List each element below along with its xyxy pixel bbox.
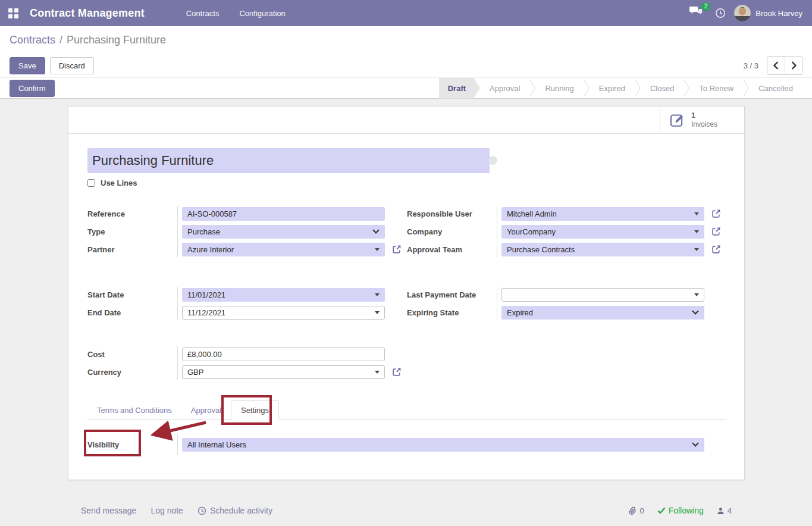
menu-contracts[interactable]: Contracts <box>179 5 227 21</box>
clock-icon <box>197 506 206 515</box>
pager-counter: 3 / 3 <box>744 61 758 70</box>
partner-external-link-icon[interactable] <box>392 245 402 254</box>
caret-down-icon <box>694 212 699 215</box>
caret-down-icon <box>694 293 699 296</box>
tab-approval[interactable]: Approval <box>181 401 231 419</box>
attachments-count: 0 <box>639 506 644 515</box>
responsible-user-external-link-icon[interactable] <box>711 209 721 218</box>
start-date-label: Start Date <box>87 290 182 299</box>
use-lines-checkbox[interactable] <box>87 179 95 187</box>
form-body: 1 Invoices Use Lines Reference Type Pu <box>0 99 812 526</box>
stage-separator <box>635 79 641 97</box>
stage-separator <box>743 79 749 97</box>
currency-label: Currency <box>87 368 182 377</box>
currency-external-link-icon[interactable] <box>392 367 402 377</box>
last-payment-date-input[interactable] <box>501 288 704 302</box>
end-date-input[interactable]: 11/12/2021 <box>182 306 385 320</box>
visibility-label: Visibility <box>87 440 182 449</box>
activities-clock-icon[interactable] <box>715 8 726 18</box>
stage-pipeline: Draft Approval Running Expired Closed To… <box>439 78 802 99</box>
invoices-label: Invoices <box>691 120 717 129</box>
reference-input[interactable] <box>182 207 385 221</box>
end-date-label: End Date <box>87 308 182 317</box>
caret-down-icon <box>375 248 380 251</box>
company-dropdown[interactable]: YourCompany <box>501 225 704 239</box>
chevron-down-icon <box>692 308 698 314</box>
tab-settings[interactable]: Settings <box>231 400 279 420</box>
apps-menu-icon[interactable] <box>0 0 26 26</box>
responsible-user-dropdown[interactable]: Mitchell Admin <box>501 207 704 221</box>
attachments-button[interactable]: 0 <box>629 506 644 515</box>
chevron-right-icon <box>791 61 797 70</box>
following-button[interactable]: Following <box>657 506 704 515</box>
visibility-select[interactable]: All Internal Users <box>182 438 704 452</box>
user-name: Brook Harvey <box>755 9 802 18</box>
caret-down-icon <box>375 371 380 374</box>
form-sheet: 1 Invoices Use Lines Reference Type Pu <box>68 106 745 480</box>
reference-label: Reference <box>87 209 182 218</box>
tab-terms-and-conditions[interactable]: Terms and Conditions <box>87 401 181 419</box>
statusbar: Confirm Draft Approval Running Expired C… <box>0 77 812 99</box>
type-select[interactable]: Purchase <box>182 225 385 239</box>
contract-title-input[interactable] <box>87 148 490 173</box>
stage-to-renew[interactable]: To Renew <box>689 78 743 99</box>
chevron-left-icon <box>773 61 779 70</box>
approval-team-label: Approval Team <box>407 245 501 254</box>
stage-approval[interactable]: Approval <box>480 78 529 99</box>
chevron-down-icon <box>372 227 379 233</box>
caret-down-icon <box>375 293 380 296</box>
approval-team-external-link-icon[interactable] <box>711 245 721 254</box>
discard-button[interactable]: Discard <box>50 57 94 74</box>
confirm-button[interactable]: Confirm <box>10 80 55 97</box>
smart-button-row: 1 Invoices <box>68 107 744 134</box>
expiring-state-select[interactable]: Expired <box>501 306 704 320</box>
stage-separator <box>529 79 535 97</box>
menu-configuration[interactable]: Configuration <box>232 5 292 21</box>
stage-draft[interactable]: Draft <box>439 78 480 99</box>
start-date-input[interactable]: 11/01/2021 <box>182 288 385 302</box>
breadcrumb-current: Purchasing Furniture <box>67 34 166 46</box>
caret-down-icon <box>694 248 699 251</box>
send-message-link[interactable]: Send message <box>81 506 136 515</box>
stage-expired[interactable]: Expired <box>590 78 635 99</box>
stage-cancelled[interactable]: Cancelled <box>749 78 802 99</box>
pager-previous-button[interactable] <box>767 57 785 74</box>
check-icon <box>657 507 666 514</box>
breadcrumb-parent[interactable]: Contracts <box>10 34 55 46</box>
control-panel: Save Discard 3 / 3 <box>0 54 812 77</box>
stage-separator <box>684 79 689 97</box>
use-lines-label: Use Lines <box>101 179 137 187</box>
messages-icon[interactable]: 2 <box>689 5 707 21</box>
log-note-link[interactable]: Log note <box>151 506 183 515</box>
stage-closed[interactable]: Closed <box>641 78 684 99</box>
main-menus: Contracts Configuration <box>179 5 293 21</box>
pager-next-button[interactable] <box>785 57 802 74</box>
stage-running[interactable]: Running <box>535 78 583 99</box>
translation-dot <box>488 156 497 165</box>
cost-input[interactable] <box>182 347 385 361</box>
approval-team-dropdown[interactable]: Purchase Contracts <box>501 243 704 256</box>
company-external-link-icon[interactable] <box>711 227 721 236</box>
followers-button[interactable]: 4 <box>717 506 732 515</box>
breadcrumb-separator: / <box>59 34 62 46</box>
responsible-user-label: Responsible User <box>407 209 501 218</box>
notebook-tabs: Terms and Conditions Approval Settings <box>87 400 726 420</box>
expiring-state-label: Expiring State <box>407 308 501 317</box>
caret-down-icon <box>694 230 699 233</box>
partner-label: Partner <box>87 245 182 254</box>
user-avatar <box>734 5 751 21</box>
currency-dropdown[interactable]: GBP <box>182 365 385 379</box>
last-payment-date-label: Last Payment Date <box>407 290 501 299</box>
edit-note-icon <box>670 112 685 128</box>
schedule-activity-link[interactable]: Schedule activity <box>197 506 272 515</box>
messages-badge: 2 <box>701 2 711 11</box>
breadcrumb: Contracts / Purchasing Furniture <box>0 26 812 54</box>
invoices-smart-button[interactable]: 1 Invoices <box>660 107 744 134</box>
chatter-bar: Send message Log note Schedule activity … <box>68 499 745 522</box>
app-brand: Contract Management <box>30 7 145 20</box>
user-menu[interactable]: Brook Harvey <box>734 5 802 21</box>
partner-dropdown[interactable]: Azure Interior <box>182 243 385 256</box>
save-button[interactable]: Save <box>10 57 45 74</box>
company-label: Company <box>407 227 501 236</box>
cost-label: Cost <box>87 350 182 359</box>
